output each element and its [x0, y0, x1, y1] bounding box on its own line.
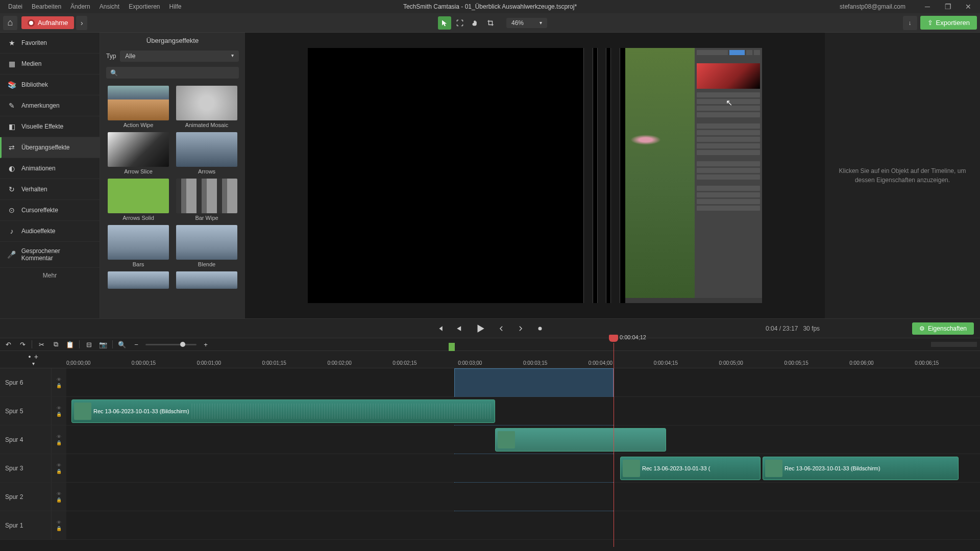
record-dropdown[interactable]: [76, 16, 87, 30]
effects-search[interactable]: 🔍: [106, 67, 239, 79]
track-ctrl-6[interactable]: 👁🔒: [51, 368, 66, 396]
track-content-6[interactable]: [66, 368, 980, 396]
prev-frame-button[interactable]: [432, 320, 448, 337]
timeline-minimap[interactable]: [931, 342, 977, 347]
clip-t4[interactable]: [495, 428, 666, 452]
sidebar-item-animations[interactable]: ◐Animationen: [0, 158, 100, 179]
snapshot-button[interactable]: 📷: [98, 339, 108, 349]
record-button[interactable]: Aufnahme: [21, 16, 74, 29]
sidebar-item-media[interactable]: ▦Medien: [0, 54, 100, 74]
zoom-slider[interactable]: [145, 344, 197, 345]
effects-panel: Übergangseffekte Typ Alle 🔍 Action Wipe …: [100, 33, 245, 318]
track-ctrl-4[interactable]: 👁🔒: [51, 425, 66, 454]
menu-export[interactable]: Exportieren: [129, 3, 160, 10]
sidebar-more[interactable]: Mehr: [0, 268, 100, 283]
effect-arrows[interactable]: Arrows: [175, 132, 239, 174]
effect-blende[interactable]: Blende: [175, 225, 239, 267]
collapse-tracks-button[interactable]: ▾: [32, 361, 35, 366]
expand-icon: [456, 19, 463, 27]
track-ctrl-1[interactable]: 👁🔒: [51, 511, 66, 539]
redo-button[interactable]: ↷: [17, 339, 28, 349]
track-content-4[interactable]: [66, 425, 980, 454]
playhead-handle[interactable]: [609, 335, 618, 342]
play-button[interactable]: [471, 319, 490, 338]
prev-button[interactable]: [451, 320, 468, 337]
zoom-slider-thumb[interactable]: [180, 342, 185, 347]
clip-t5[interactable]: Rec 13-06-2023-10-01-33 (Bildschirm): [71, 399, 495, 423]
effect-thumb: [176, 132, 237, 167]
type-filter-select[interactable]: Alle: [120, 51, 239, 62]
track-content-5[interactable]: Rec 13-06-2023-10-01-33 (Bildschirm): [66, 397, 980, 425]
menu-modify[interactable]: Ändern: [70, 3, 90, 10]
track-content-1[interactable]: [66, 511, 980, 539]
effect-animated-mosaic[interactable]: Animated Mosaic: [175, 86, 239, 128]
crop-tool[interactable]: [484, 16, 497, 30]
effect-bars[interactable]: Bars: [106, 225, 170, 267]
undo-button[interactable]: ↶: [3, 339, 13, 349]
sidebar-item-narration[interactable]: 🎤Gesprochener Kommentar: [0, 242, 100, 268]
sidebar-item-transitions[interactable]: ⇄Übergangseffekte: [0, 137, 100, 158]
download-button[interactable]: ↓: [903, 16, 917, 30]
effect-arrow-slice[interactable]: Arrow Slice: [106, 132, 170, 174]
track-header-6[interactable]: Spur 6: [0, 368, 51, 396]
pan-tool[interactable]: [469, 16, 482, 30]
track-header-1[interactable]: Spur 1: [0, 511, 51, 539]
effect-action-wipe[interactable]: Action Wipe: [106, 86, 170, 128]
sidebar-item-favorites[interactable]: ★Favoriten: [0, 33, 100, 54]
effect-partial-2[interactable]: [175, 271, 239, 289]
track-header-2[interactable]: Spur 2: [0, 483, 51, 511]
sidebar-item-audio-effects[interactable]: ♪Audioeffekte: [0, 221, 100, 242]
search-input[interactable]: [121, 69, 235, 77]
menu-file[interactable]: Datei: [8, 3, 22, 10]
cut-button[interactable]: ✂: [36, 339, 46, 349]
menu-help[interactable]: Hilfe: [169, 3, 182, 10]
canvas-zoom-select[interactable]: 46%: [506, 18, 547, 28]
sidebar-item-visual-effects[interactable]: ◧Visuelle Effekte: [0, 116, 100, 137]
share-icon: ⇧: [927, 19, 933, 27]
clip-t3a[interactable]: Rec 13-06-2023-10-01-33 (: [620, 457, 761, 480]
track-header-4[interactable]: Spur 4: [0, 425, 51, 454]
next-marker-button[interactable]: [512, 320, 529, 337]
track-content-2[interactable]: [66, 483, 980, 511]
track-header-5[interactable]: Spur 5: [0, 397, 51, 425]
sidebar-item-behaviors[interactable]: ↻Verhalten: [0, 179, 100, 200]
export-button[interactable]: ⇧ Exportieren: [920, 16, 977, 30]
close-window-button[interactable]: ✕: [961, 0, 976, 13]
minimize-button[interactable]: ─: [920, 0, 935, 13]
menu-edit[interactable]: Bearbeiten: [32, 3, 61, 10]
record-marker-button[interactable]: [532, 320, 548, 337]
clip-t3b[interactable]: Rec 13-06-2023-10-01-33 (Bildschirm): [763, 457, 959, 480]
track-ctrl-2[interactable]: 👁🔒: [51, 483, 66, 511]
select-tool[interactable]: [438, 16, 451, 30]
add-track-button[interactable]: +: [34, 353, 38, 361]
track-content-3[interactable]: Rec 13-06-2023-10-01-33 ( Rec 13-06-2023…: [66, 454, 980, 482]
home-button[interactable]: [3, 16, 17, 30]
sidebar-item-library[interactable]: 📚Bibliothek: [0, 74, 100, 95]
effect-partial-1[interactable]: [106, 271, 170, 289]
zoom-out-button[interactable]: −: [131, 339, 141, 349]
track-ctrl-5[interactable]: 👁🔒: [51, 397, 66, 425]
canvas-tool-group: [433, 16, 502, 30]
circle-icon: [536, 325, 544, 332]
time-ruler[interactable]: 0:00:04;12 0;00:00;000:00:00;150:00:01;0…: [66, 351, 980, 368]
zoom-in-button[interactable]: +: [201, 339, 211, 349]
effect-bar-wipe[interactable]: Bar Wipe: [175, 179, 239, 221]
track-header-3[interactable]: Spur 3: [0, 454, 51, 482]
track-ctrl-3[interactable]: 👁🔒: [51, 454, 66, 482]
split-button[interactable]: ⊟: [84, 339, 94, 349]
menu-view[interactable]: Ansicht: [100, 3, 119, 10]
canvas[interactable]: ↖: [308, 48, 762, 303]
playhead[interactable]: 0:00:04;12: [614, 343, 614, 547]
zoom-search-button[interactable]: 🔍: [117, 339, 127, 349]
copy-button[interactable]: ⧉: [51, 339, 61, 349]
prev-marker-button[interactable]: [493, 320, 509, 337]
effect-arrows-solid[interactable]: Arrows Solid: [106, 179, 170, 221]
maximize-button[interactable]: ❐: [940, 0, 955, 13]
user-email[interactable]: stefanstp08@gmail.com: [840, 3, 905, 10]
crop-expand-tool[interactable]: [453, 16, 467, 30]
sidebar-item-annotations[interactable]: ✎Anmerkungen: [0, 95, 100, 116]
paste-button[interactable]: 📋: [65, 339, 75, 349]
properties-button[interactable]: ⚙ Eigenschaften: [912, 322, 974, 335]
in-marker[interactable]: [449, 343, 455, 351]
sidebar-item-cursor-effects[interactable]: ⊙Cursoreffekte: [0, 200, 100, 221]
